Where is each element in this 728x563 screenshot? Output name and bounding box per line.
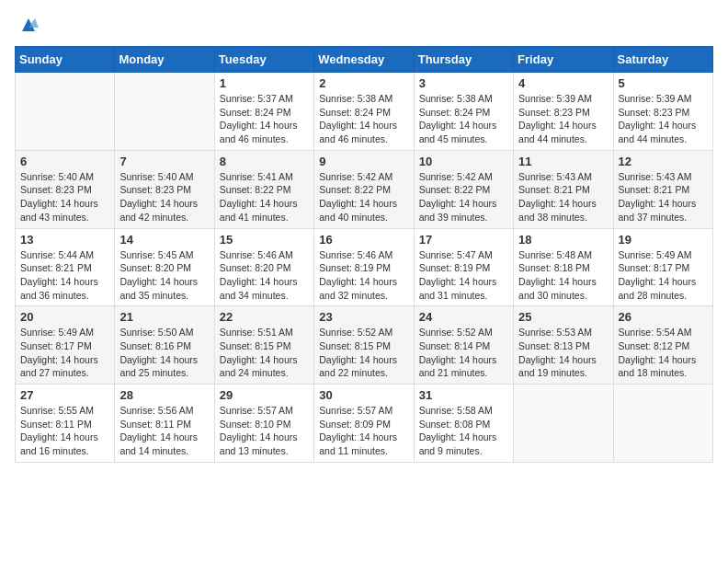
- day-number: 27: [20, 388, 109, 402]
- day-info: Sunrise: 5:57 AM Sunset: 8:10 PM Dayligh…: [220, 404, 309, 458]
- day-info: Sunrise: 5:49 AM Sunset: 8:17 PM Dayligh…: [20, 326, 109, 380]
- calendar-header-row: SundayMondayTuesdayWednesdayThursdayFrid…: [16, 47, 713, 73]
- logo-icon: [18, 15, 39, 35]
- calendar-cell: 15Sunrise: 5:46 AM Sunset: 8:20 PM Dayli…: [214, 228, 313, 306]
- calendar-cell: 29Sunrise: 5:57 AM Sunset: 8:10 PM Dayli…: [214, 385, 313, 463]
- day-number: 20: [20, 310, 109, 324]
- day-info: Sunrise: 5:51 AM Sunset: 8:15 PM Dayligh…: [220, 326, 309, 380]
- day-info: Sunrise: 5:52 AM Sunset: 8:15 PM Dayligh…: [319, 326, 408, 380]
- calendar-cell: [613, 385, 712, 463]
- day-info: Sunrise: 5:38 AM Sunset: 8:24 PM Dayligh…: [319, 92, 408, 146]
- day-number: 30: [319, 388, 408, 402]
- calendar-cell: 21Sunrise: 5:50 AM Sunset: 8:16 PM Dayli…: [115, 306, 214, 385]
- calendar-table: SundayMondayTuesdayWednesdayThursdayFrid…: [15, 46, 713, 463]
- day-number: 13: [20, 233, 109, 247]
- day-info: Sunrise: 5:50 AM Sunset: 8:16 PM Dayligh…: [119, 326, 209, 380]
- calendar-cell: 16Sunrise: 5:46 AM Sunset: 8:19 PM Dayli…: [314, 228, 414, 306]
- day-number: 3: [419, 76, 508, 90]
- calendar-cell: 22Sunrise: 5:51 AM Sunset: 8:15 PM Dayli…: [214, 306, 313, 385]
- day-number: 5: [619, 76, 708, 90]
- day-number: 9: [319, 155, 408, 168]
- day-info: Sunrise: 5:38 AM Sunset: 8:24 PM Dayligh…: [419, 92, 508, 146]
- calendar-cell: 8Sunrise: 5:41 AM Sunset: 8:22 PM Daylig…: [214, 150, 313, 228]
- day-number: 16: [319, 233, 408, 247]
- day-info: Sunrise: 5:40 AM Sunset: 8:23 PM Dayligh…: [20, 170, 109, 224]
- calendar-cell: 10Sunrise: 5:42 AM Sunset: 8:22 PM Dayli…: [414, 150, 513, 228]
- day-number: 22: [220, 310, 309, 324]
- week-row-4: 20Sunrise: 5:49 AM Sunset: 8:17 PM Dayli…: [16, 306, 713, 385]
- calendar-cell: 23Sunrise: 5:52 AM Sunset: 8:15 PM Dayli…: [314, 306, 414, 385]
- calendar-cell: 2Sunrise: 5:38 AM Sunset: 8:24 PM Daylig…: [314, 73, 414, 151]
- header-sunday: Sunday: [16, 47, 115, 73]
- day-info: Sunrise: 5:57 AM Sunset: 8:09 PM Dayligh…: [319, 404, 408, 458]
- day-info: Sunrise: 5:37 AM Sunset: 8:24 PM Dayligh…: [220, 92, 309, 146]
- day-info: Sunrise: 5:42 AM Sunset: 8:22 PM Dayligh…: [419, 170, 508, 224]
- day-info: Sunrise: 5:48 AM Sunset: 8:18 PM Dayligh…: [518, 248, 608, 303]
- calendar-cell: 7Sunrise: 5:40 AM Sunset: 8:23 PM Daylig…: [115, 150, 214, 228]
- week-row-3: 13Sunrise: 5:44 AM Sunset: 8:21 PM Dayli…: [16, 228, 713, 306]
- calendar-cell: 11Sunrise: 5:43 AM Sunset: 8:21 PM Dayli…: [514, 150, 613, 228]
- day-number: 2: [319, 76, 408, 90]
- calendar-cell: 30Sunrise: 5:57 AM Sunset: 8:09 PM Dayli…: [314, 385, 414, 463]
- calendar-cell: 17Sunrise: 5:47 AM Sunset: 8:19 PM Dayli…: [414, 228, 513, 306]
- day-number: 1: [220, 76, 309, 90]
- calendar-cell: 6Sunrise: 5:40 AM Sunset: 8:23 PM Daylig…: [16, 150, 115, 228]
- day-info: Sunrise: 5:46 AM Sunset: 8:20 PM Dayligh…: [220, 248, 309, 303]
- calendar-cell: [16, 73, 115, 151]
- header-tuesday: Tuesday: [214, 47, 313, 73]
- day-info: Sunrise: 5:39 AM Sunset: 8:23 PM Dayligh…: [619, 92, 708, 146]
- day-info: Sunrise: 5:45 AM Sunset: 8:20 PM Dayligh…: [119, 248, 209, 303]
- day-info: Sunrise: 5:52 AM Sunset: 8:14 PM Dayligh…: [419, 326, 508, 380]
- day-number: 24: [419, 310, 508, 324]
- calendar-cell: 13Sunrise: 5:44 AM Sunset: 8:21 PM Dayli…: [16, 228, 115, 306]
- header-saturday: Saturday: [613, 47, 712, 73]
- calendar-cell: 3Sunrise: 5:38 AM Sunset: 8:24 PM Daylig…: [414, 73, 513, 151]
- calendar-cell: 20Sunrise: 5:49 AM Sunset: 8:17 PM Dayli…: [16, 306, 115, 385]
- calendar-cell: 5Sunrise: 5:39 AM Sunset: 8:23 PM Daylig…: [613, 73, 712, 151]
- logo: [15, 15, 39, 35]
- header-monday: Monday: [115, 47, 214, 73]
- calendar-cell: 9Sunrise: 5:42 AM Sunset: 8:22 PM Daylig…: [314, 150, 414, 228]
- calendar-cell: 12Sunrise: 5:43 AM Sunset: 8:21 PM Dayli…: [613, 150, 712, 228]
- day-info: Sunrise: 5:40 AM Sunset: 8:23 PM Dayligh…: [119, 170, 209, 224]
- day-info: Sunrise: 5:43 AM Sunset: 8:21 PM Dayligh…: [619, 170, 708, 224]
- day-info: Sunrise: 5:49 AM Sunset: 8:17 PM Dayligh…: [619, 248, 708, 303]
- day-info: Sunrise: 5:42 AM Sunset: 8:22 PM Dayligh…: [319, 170, 408, 224]
- day-info: Sunrise: 5:41 AM Sunset: 8:22 PM Dayligh…: [220, 170, 309, 224]
- day-number: 29: [220, 388, 309, 402]
- page-header: [15, 15, 713, 35]
- calendar-cell: 1Sunrise: 5:37 AM Sunset: 8:24 PM Daylig…: [214, 73, 313, 151]
- day-number: 12: [619, 155, 708, 168]
- calendar-cell: 18Sunrise: 5:48 AM Sunset: 8:18 PM Dayli…: [514, 228, 613, 306]
- week-row-1: 1Sunrise: 5:37 AM Sunset: 8:24 PM Daylig…: [16, 73, 713, 151]
- calendar-cell: 31Sunrise: 5:58 AM Sunset: 8:08 PM Dayli…: [414, 385, 513, 463]
- week-row-2: 6Sunrise: 5:40 AM Sunset: 8:23 PM Daylig…: [16, 150, 713, 228]
- day-number: 10: [419, 155, 508, 168]
- header-wednesday: Wednesday: [314, 47, 414, 73]
- calendar-cell: 4Sunrise: 5:39 AM Sunset: 8:23 PM Daylig…: [514, 73, 613, 151]
- day-number: 28: [119, 388, 209, 402]
- day-number: 11: [518, 155, 608, 168]
- header-friday: Friday: [514, 47, 613, 73]
- day-info: Sunrise: 5:58 AM Sunset: 8:08 PM Dayligh…: [419, 404, 508, 458]
- calendar-cell: [514, 385, 613, 463]
- day-number: 25: [518, 310, 608, 324]
- day-info: Sunrise: 5:53 AM Sunset: 8:13 PM Dayligh…: [518, 326, 608, 380]
- calendar-cell: 26Sunrise: 5:54 AM Sunset: 8:12 PM Dayli…: [613, 306, 712, 385]
- day-number: 15: [220, 233, 309, 247]
- day-number: 4: [518, 76, 608, 90]
- day-number: 14: [119, 233, 209, 247]
- day-number: 8: [220, 155, 309, 168]
- day-info: Sunrise: 5:39 AM Sunset: 8:23 PM Dayligh…: [518, 92, 608, 146]
- calendar-cell: 14Sunrise: 5:45 AM Sunset: 8:20 PM Dayli…: [115, 228, 214, 306]
- day-number: 6: [20, 155, 109, 168]
- calendar-cell: [115, 73, 214, 151]
- day-info: Sunrise: 5:54 AM Sunset: 8:12 PM Dayligh…: [619, 326, 708, 380]
- calendar-cell: 27Sunrise: 5:55 AM Sunset: 8:11 PM Dayli…: [16, 385, 115, 463]
- day-number: 17: [419, 233, 508, 247]
- day-info: Sunrise: 5:47 AM Sunset: 8:19 PM Dayligh…: [419, 248, 508, 303]
- calendar-cell: 28Sunrise: 5:56 AM Sunset: 8:11 PM Dayli…: [115, 385, 214, 463]
- day-info: Sunrise: 5:55 AM Sunset: 8:11 PM Dayligh…: [20, 404, 109, 458]
- day-info: Sunrise: 5:43 AM Sunset: 8:21 PM Dayligh…: [518, 170, 608, 224]
- day-number: 31: [419, 388, 508, 402]
